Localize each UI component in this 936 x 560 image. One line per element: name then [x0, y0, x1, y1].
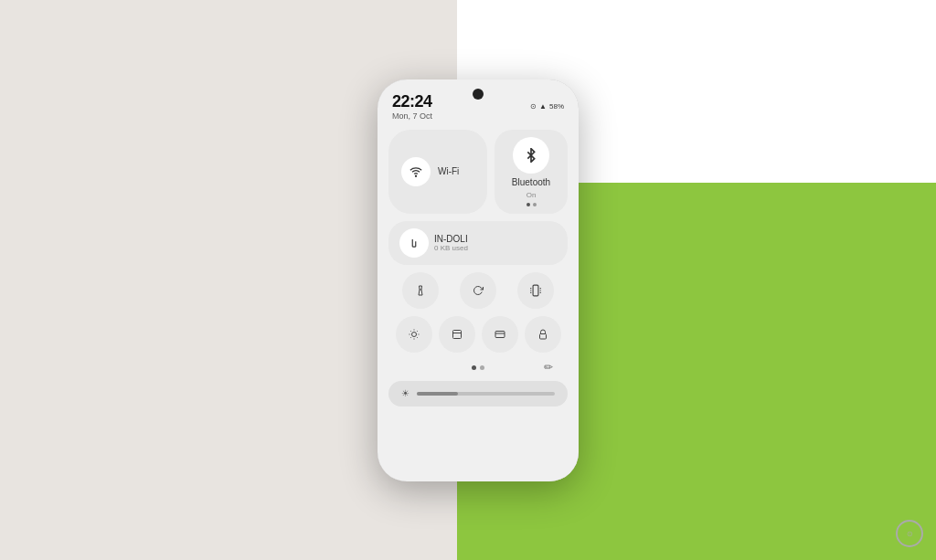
screenshot-tile[interactable] [439, 316, 475, 353]
wifi-status-icon: ⊙ [530, 102, 537, 111]
status-icons: ⊙ ▲ 58% [530, 102, 564, 111]
brightness-slider[interactable]: ☀ [388, 381, 568, 407]
bluetooth-tile-sublabel: On [526, 191, 537, 199]
wifi-tile-label: Wi-Fi [438, 166, 459, 176]
mobile-data-label: IN-DOLI [434, 234, 468, 244]
page-dot-2 [480, 365, 484, 370]
battery-icon: 58% [549, 102, 564, 111]
bluetooth-tile[interactable]: Bluetooth On [495, 130, 568, 214]
brightness-tile[interactable] [396, 316, 432, 353]
svg-rect-23 [539, 333, 546, 339]
svg-line-18 [410, 337, 411, 338]
svg-line-15 [417, 337, 418, 338]
phone-screen: 22:24 Mon, 7 Oct ⊙ ▲ 58% [378, 79, 579, 481]
page-indicators-row: ✏ [388, 360, 568, 375]
tiles-row-3 [388, 272, 568, 309]
mobile-data-icon [399, 228, 429, 258]
tiles-row-4 [388, 316, 568, 353]
wallet-tile[interactable] [482, 316, 518, 353]
page-dot-1 [472, 365, 476, 370]
mobile-data-tile[interactable]: IN-DOLI 0 KB used [388, 221, 568, 265]
mobile-data-sublabel: 0 KB used [434, 244, 468, 252]
bluetooth-icon-circle [513, 137, 549, 174]
edit-icon[interactable]: ✏ [544, 361, 553, 374]
watermark-symbol: ⊙ [907, 530, 913, 538]
bluetooth-tile-label: Bluetooth [512, 177, 550, 187]
svg-line-14 [410, 331, 411, 332]
quick-settings-panel: Wi-Fi Bluetooth On [378, 124, 579, 416]
lock-tile[interactable] [525, 316, 561, 353]
svg-point-0 [415, 175, 416, 176]
svg-rect-4 [533, 285, 538, 296]
page-dots [472, 365, 484, 370]
tiles-row-1: Wi-Fi Bluetooth On [388, 130, 568, 214]
flashlight-tile[interactable] [402, 272, 439, 309]
svg-rect-20 [452, 330, 461, 338]
watermark: ⊙ [896, 520, 923, 547]
vibrate-tile[interactable] [517, 272, 554, 309]
wifi-tile-icon [401, 157, 431, 186]
status-bar: 22:24 Mon, 7 Oct ⊙ ▲ 58% [378, 79, 579, 124]
rotate-tile[interactable] [460, 272, 496, 309]
brightness-fill [417, 392, 458, 396]
tiles-row-2: IN-DOLI 0 KB used [388, 221, 568, 265]
svg-point-11 [411, 332, 416, 336]
svg-line-19 [417, 331, 418, 332]
svg-rect-21 [495, 331, 505, 337]
phone-device: 22:24 Mon, 7 Oct ⊙ ▲ 58% [378, 79, 579, 481]
status-date: Mon, 7 Oct [392, 111, 432, 121]
status-time: 22:24 [392, 92, 432, 111]
bluetooth-dots [526, 203, 537, 206]
wifi-tile[interactable]: Wi-Fi [388, 130, 487, 214]
brightness-track [417, 392, 555, 396]
phone-notch [473, 89, 484, 100]
brightness-sun-icon: ☀ [401, 388, 410, 398]
signal-icon: ▲ [539, 102, 547, 111]
